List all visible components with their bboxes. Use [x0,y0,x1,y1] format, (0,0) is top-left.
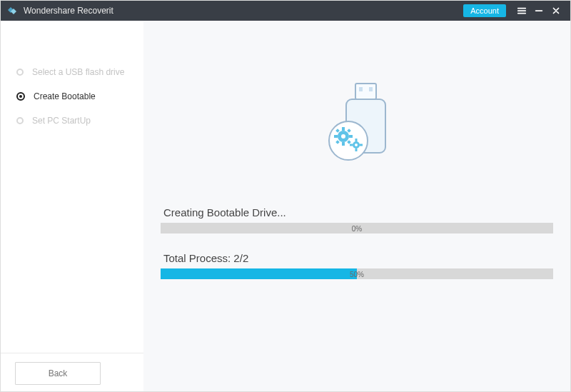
sidebar: Select a USB flash drive Create Bootable… [1,21,143,392]
usb-gears-illustration [161,71,553,164]
step-set-pc-startup[interactable]: Set PC StartUp [1,109,143,133]
svg-point-6 [341,134,345,139]
svg-rect-3 [369,87,373,91]
app-title: Wondershare Recoverit [24,6,113,16]
svg-point-4 [329,121,368,160]
progress-bar: 50% [161,268,553,279]
svg-rect-8 [342,142,345,146]
svg-rect-1 [355,84,376,99]
step-create-bootable[interactable]: Create Bootable [1,84,143,109]
step-dot-icon [16,69,24,76]
step-select-usb[interactable]: Select a USB flash drive [1,60,143,84]
svg-rect-19 [350,144,353,146]
step-dot-icon [16,117,24,124]
menu-icon[interactable] [513,1,530,21]
step-label: Set PC StartUp [32,116,91,126]
titlebar: Wondershare Recoverit Account [1,1,570,21]
step-label: Select a USB flash drive [32,67,124,77]
svg-rect-17 [355,139,358,141]
svg-rect-7 [342,127,345,131]
app-logo-icon [6,5,18,16]
sidebar-footer: Back [1,353,143,392]
progress-percent-text: 0% [352,224,362,232]
svg-rect-10 [349,135,353,138]
svg-rect-9 [334,135,338,138]
progress-percent-text: 50% [350,270,364,278]
progress-bar: 0% [161,223,553,233]
account-button[interactable]: Account [463,4,506,17]
svg-rect-20 [360,144,363,146]
svg-rect-18 [355,149,358,151]
progress-label: Creating Bootable Drive... [161,206,553,218]
progress-creating-bootable: Creating Bootable Drive... 0% [161,206,553,233]
progress-fill [161,268,357,279]
back-button[interactable]: Back [15,362,101,385]
progress-total: Total Process: 2/2 50% [161,252,553,279]
minimize-icon[interactable] [530,1,547,21]
progress-label: Total Process: 2/2 [161,252,553,264]
close-icon[interactable] [547,1,565,21]
step-label: Create Bootable [34,91,96,101]
svg-rect-2 [359,87,363,91]
main-panel: Creating Bootable Drive... 0% Total Proc… [143,21,570,392]
step-dot-icon [16,92,25,101]
svg-point-16 [355,144,358,146]
